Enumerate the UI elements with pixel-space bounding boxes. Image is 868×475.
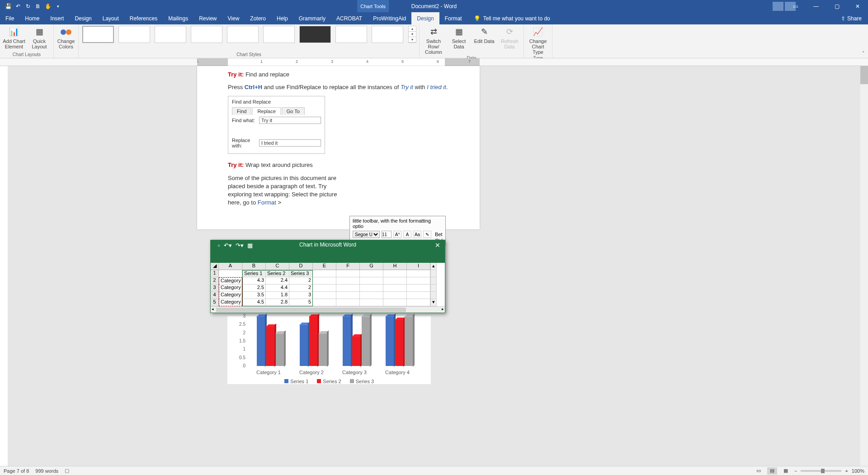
try-it-heading: Try it: <box>228 71 244 78</box>
share-button[interactable]: ⇪ Share <box>841 12 868 24</box>
tab-design[interactable]: Design <box>69 12 97 24</box>
chart-tools-contextual-tab: Chart Tools <box>357 0 389 12</box>
group-label: Chart Layouts <box>3 51 51 58</box>
chart-style-3[interactable] <box>155 26 186 43</box>
read-mode-icon[interactable]: ▭ <box>754 467 764 475</box>
tab-references[interactable]: References <box>124 12 163 24</box>
group-type: 📈Change Chart Type Type <box>524 24 552 58</box>
word-count[interactable]: 999 words <box>35 468 58 474</box>
print-layout-icon[interactable]: ▤ <box>767 467 777 475</box>
group-chart-styles: ▴▾▾ Chart Styles <box>79 24 420 58</box>
page[interactable]: Try it: Find and replace Press Ctrl+H an… <box>197 66 480 229</box>
zoom-level[interactable]: 100% <box>852 468 864 474</box>
redo-icon[interactable]: ↻ <box>24 3 32 10</box>
excel-editdata-icon[interactable]: ▦ <box>247 242 253 249</box>
page-count[interactable]: Page 7 of 8 <box>4 468 29 474</box>
quick-layout-button[interactable]: ▦ Quick Layout <box>28 26 51 49</box>
increase-font-icon: A^ <box>393 231 401 238</box>
edit-data-button[interactable]: ✎Edit Data <box>473 26 495 44</box>
ribbon: 📊 Add Chart Element ▦ Quick Layout Chart… <box>0 24 868 58</box>
undo-icon[interactable]: ↶ <box>14 3 22 10</box>
add-chart-element-button[interactable]: 📊 Add Chart Element <box>3 26 25 49</box>
excel-save-icon[interactable]: ▫ <box>218 242 220 249</box>
tab-acrobat[interactable]: ACROBAT <box>331 12 368 24</box>
chart-object[interactable]: Series 1 Series 2 Series 3 00.511.522.53… <box>227 316 431 384</box>
share-label: Share <box>847 15 862 22</box>
switch-row-column-button[interactable]: ⇄Switch Row/ Column <box>422 26 445 55</box>
excel-hscroll[interactable]: ◂ ▸ <box>211 306 445 313</box>
zoom-slider[interactable] <box>801 470 841 472</box>
chart-style-7[interactable] <box>299 26 331 43</box>
group-label: Chart Styles <box>81 51 416 58</box>
switch-icon: ⇄ <box>428 27 439 38</box>
excel-title: Chart in Microsoft Word <box>299 242 356 248</box>
save-icon[interactable]: 💾 <box>5 3 12 10</box>
web-layout-icon[interactable]: ▦ <box>781 467 791 475</box>
excel-undo-icon[interactable]: ↶▾ <box>224 242 232 249</box>
paragraph: Some of the pictures in this document ar… <box>228 174 345 207</box>
paragraph: Press Ctrl+H and use Find/Replace to rep… <box>228 83 449 91</box>
tab-file[interactable]: File <box>0 12 19 24</box>
change-colors-button[interactable]: Change Colors <box>57 26 75 49</box>
document-title: Document2 - Word <box>411 3 457 10</box>
close-button[interactable]: ✕ <box>847 0 868 12</box>
chart-style-8[interactable] <box>335 26 367 43</box>
horizontal-ruler[interactable]: L 1 2 3 4 5 6 7 <box>0 58 868 66</box>
chart-style-6[interactable] <box>263 26 295 43</box>
styles-scroll[interactable]: ▴▾▾ <box>408 26 416 43</box>
tab-view[interactable]: View <box>222 12 245 24</box>
ribbon-options-icon[interactable]: ▭ <box>785 0 806 12</box>
zoom-out-button[interactable]: − <box>794 468 797 474</box>
vertical-ruler[interactable] <box>0 66 8 466</box>
tab-help[interactable]: Help <box>271 12 293 24</box>
chart-legend: Series 1 Series 2 Series 3 <box>227 379 431 385</box>
refresh-icon: ⟳ <box>504 27 515 38</box>
spelling-icon[interactable]: ▢ <box>65 468 69 474</box>
try-it-heading: Try it: <box>228 162 244 168</box>
chart-style-1[interactable] <box>82 26 114 43</box>
title-bar: 💾 ↶ ↻ 🗎 ✋ ▾ Document2 - Word Chart Tools… <box>0 0 868 12</box>
heading-text: Wrap text around pictures <box>244 162 312 168</box>
tab-review[interactable]: Review <box>193 12 222 24</box>
tab-layout[interactable]: Layout <box>97 12 124 24</box>
edit-data-icon: ✎ <box>479 27 490 38</box>
tab-prowritingaid[interactable]: ProWritingAid <box>368 12 411 24</box>
document-vscrollbar[interactable] <box>860 66 868 466</box>
select-data-button[interactable]: ▦Select Data <box>448 26 470 49</box>
qat-dropdown-icon[interactable]: ▾ <box>54 3 61 10</box>
maximize-button[interactable]: ▢ <box>826 0 847 12</box>
tab-chartformat[interactable]: Format <box>439 12 467 24</box>
touchmode-icon[interactable]: ✋ <box>44 3 52 10</box>
chart-style-4[interactable] <box>191 26 222 43</box>
document-area: L 1 2 3 4 5 6 7 Try it: Find and replace… <box>0 58 868 466</box>
collapse-ribbon-icon[interactable]: ˄ <box>859 24 868 58</box>
chart-style-2[interactable] <box>118 26 150 43</box>
tab-home[interactable]: Home <box>19 12 45 24</box>
group-chart-layouts: 📊 Add Chart Element ▦ Quick Layout Chart… <box>0 24 54 58</box>
format-painter-icon: ✎ <box>423 231 431 238</box>
excel-redo-icon[interactable]: ↷▾ <box>236 242 244 249</box>
change-case-icon: Aa <box>413 231 421 238</box>
ribbon-tabs: File Home Insert Design Layout Reference… <box>0 12 868 24</box>
tell-me[interactable]: 💡 Tell me what you want to do <box>467 12 550 24</box>
chart-style-5[interactable] <box>227 26 259 43</box>
zoom-in-button[interactable]: + <box>845 468 848 474</box>
heading-text: Find and replace <box>244 71 289 78</box>
excel-close-button[interactable]: ✕ <box>435 242 440 249</box>
newdoc-icon[interactable]: 🗎 <box>34 3 42 10</box>
excel-grid[interactable]: ◢ABCDEFGHI▴1Series 1Series 2Series 32Cat… <box>211 263 445 306</box>
group-change-colors: Change Colors <box>54 24 79 58</box>
share-icon: ⇪ <box>841 15 845 22</box>
excel-datasheet-window: ▫ ↶▾ ↷▾ ▦ Chart in Microsoft Word ✕ ◢ABC… <box>210 240 445 313</box>
chart-style-9[interactable] <box>372 26 403 43</box>
status-bar: Page 7 of 8 999 words ▢ ▭ ▤ ▦ − + 100% <box>0 466 868 475</box>
change-chart-type-button[interactable]: 📈Change Chart Type <box>527 26 549 55</box>
minimize-button[interactable]: — <box>806 0 826 12</box>
tab-zotero[interactable]: Zotero <box>245 12 271 24</box>
quick-layout-icon: ▦ <box>34 27 45 38</box>
tab-mailings[interactable]: Mailings <box>163 12 193 24</box>
tab-chartdesign[interactable]: Design <box>411 12 439 24</box>
tab-grammarly[interactable]: Grammarly <box>293 12 331 24</box>
select-data-icon: ▦ <box>453 27 464 38</box>
tab-insert[interactable]: Insert <box>45 12 69 24</box>
